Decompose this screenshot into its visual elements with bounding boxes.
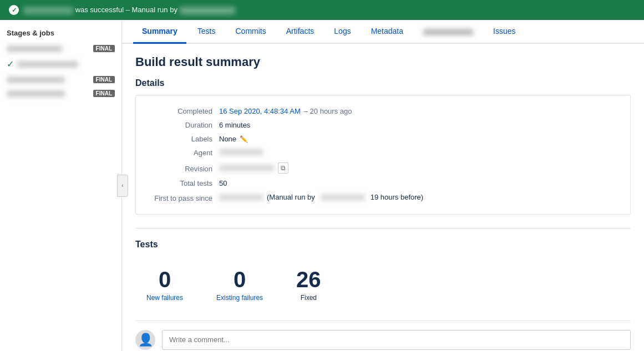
sidebar-item-2[interactable]: ✓ <box>0 55 121 73</box>
top-bar: was successful – Manual run by <box>0 0 644 20</box>
agent-value <box>219 149 263 155</box>
existing-failures-label[interactable]: Existing failures <box>216 294 263 302</box>
agent-label: Agent <box>147 149 219 157</box>
detail-duration: Duration 6 minutes <box>147 118 619 132</box>
section-divider <box>135 228 631 228</box>
detail-labels: Labels None ✏️ <box>147 132 619 146</box>
sidebar-collapse-button[interactable]: ‹ <box>117 175 128 197</box>
test-stats: 0 New failures 0 Existing failures 26 Fi… <box>135 256 631 307</box>
sidebar-item-3[interactable]: FINAL <box>0 73 121 87</box>
copy-revision-icon[interactable]: ⧉ <box>278 162 288 174</box>
detail-revision: Revision ⧉ <box>147 160 619 176</box>
main-content: Summary Tests Commits Artifacts Logs Met… <box>122 20 644 351</box>
fixed-number: 26 <box>296 267 321 292</box>
tests-section: Tests 0 New failures 0 Existing failures <box>135 240 631 307</box>
top-bar-text: was successful – Manual run by <box>23 6 235 14</box>
detail-first-pass: First to pass since (Manual run by 19 ho… <box>147 190 619 205</box>
sidebar-badge-3: FINAL <box>93 76 115 83</box>
success-icon <box>9 5 19 15</box>
sidebar-badge-1: FINAL <box>93 45 115 52</box>
tab-bar: Summary Tests Commits Artifacts Logs Met… <box>122 20 644 44</box>
sidebar-item-4[interactable]: FINAL <box>0 87 121 100</box>
detail-total-tests: Total tests 50 <box>147 176 619 190</box>
completed-date-link[interactable]: 16 Sep 2020, 4:48:34 AM <box>219 107 301 115</box>
stat-existing-failures: 0 Existing failures <box>216 267 263 302</box>
detail-completed: Completed 16 Sep 2020, 4:48:34 AM – 20 h… <box>147 104 619 118</box>
details-heading: Details <box>135 78 631 88</box>
comment-section: 👤 <box>135 321 631 352</box>
duration-label: Duration <box>147 121 219 129</box>
avatar: 👤 <box>135 330 155 350</box>
completed-relative: – 20 hours ago <box>304 107 352 115</box>
first-pass-label: First to pass since <box>147 194 219 202</box>
labels-value: None ✏️ <box>219 135 248 143</box>
new-failures-label[interactable]: New failures <box>146 294 183 302</box>
page-title: Build result summary <box>135 55 631 69</box>
tab-tests[interactable]: Tests <box>189 20 225 44</box>
revision-value: ⧉ <box>219 162 288 174</box>
tab-issues[interactable]: Issues <box>484 20 524 44</box>
labels-label: Labels <box>147 135 219 143</box>
duration-value: 6 minutes <box>219 121 250 129</box>
stat-fixed: 26 Fixed <box>296 267 321 302</box>
tab-logs[interactable]: Logs <box>325 20 359 44</box>
sidebar-badge-4: FINAL <box>93 90 115 97</box>
total-tests-value: 50 <box>219 179 227 187</box>
first-pass-value: (Manual run by 19 hours before) <box>219 193 423 201</box>
completed-value: 16 Sep 2020, 4:48:34 AM – 20 hours ago <box>219 107 352 115</box>
revision-label: Revision <box>147 165 219 173</box>
check-icon: ✓ <box>7 59 14 69</box>
avatar-icon: 👤 <box>138 334 153 346</box>
edit-labels-icon[interactable]: ✏️ <box>240 135 248 143</box>
completed-label: Completed <box>147 107 219 115</box>
detail-agent: Agent <box>147 146 619 160</box>
existing-failures-number: 0 <box>216 267 263 292</box>
details-box: Completed 16 Sep 2020, 4:48:34 AM – 20 h… <box>135 95 631 215</box>
fixed-label: Fixed <box>296 294 321 302</box>
sidebar-item-1[interactable]: FINAL <box>0 42 121 55</box>
tab-metadata[interactable]: Metadata <box>362 20 412 44</box>
content-area: Build result summary Details Completed 1… <box>122 44 644 351</box>
tests-heading: Tests <box>135 240 631 250</box>
total-tests-label: Total tests <box>147 179 219 187</box>
tab-commits[interactable]: Commits <box>227 20 275 44</box>
sidebar-title: Stages & jobs <box>0 27 121 42</box>
new-failures-number: 0 <box>146 267 183 292</box>
tab-blurred[interactable] <box>414 20 482 44</box>
tab-summary[interactable]: Summary <box>133 20 186 44</box>
sidebar: Stages & jobs FINAL ✓ FINAL <box>0 20 122 351</box>
comment-input[interactable] <box>162 330 631 350</box>
stat-new-failures: 0 New failures <box>146 267 183 302</box>
tab-artifacts[interactable]: Artifacts <box>277 20 323 44</box>
